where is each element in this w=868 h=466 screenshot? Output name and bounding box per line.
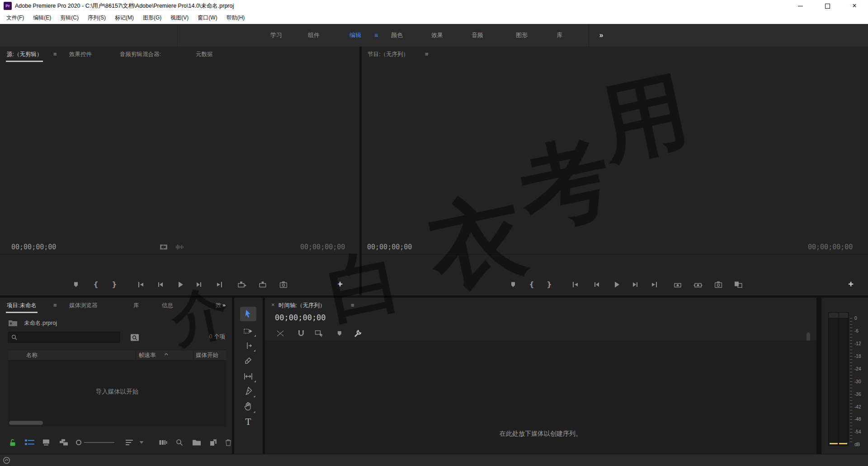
column-name[interactable]: 名称 (26, 350, 38, 360)
source-position-timecode[interactable]: 00;00;00;00 (11, 243, 56, 251)
tab-effects-clipped[interactable]: 效 (216, 298, 222, 314)
menu-graphics[interactable]: 图形(G) (138, 12, 166, 24)
step-forward-icon[interactable] (632, 281, 639, 288)
tab-source[interactable]: 源:（无剪辑） (7, 47, 42, 63)
project-search-box[interactable] (8, 332, 120, 343)
drag-audio-only-icon[interactable] (175, 244, 184, 250)
program-panel-menu-icon[interactable]: ≡ (425, 47, 429, 63)
timeline-panel-menu-icon[interactable]: ≡ (351, 298, 354, 314)
add-marker-icon[interactable] (73, 282, 79, 288)
tab-media-browser[interactable]: 媒体浏览器 (69, 298, 98, 314)
workspace-tab-libraries[interactable]: 库 (557, 24, 563, 47)
drag-video-only-icon[interactable] (160, 244, 168, 250)
column-media-start[interactable]: 媒体开始 (196, 350, 218, 360)
new-item-icon[interactable] (210, 439, 217, 446)
menu-edit[interactable]: 编辑(E) (28, 12, 56, 24)
tab-libraries[interactable]: 库 (133, 298, 139, 314)
sort-icon[interactable] (126, 439, 135, 446)
lift-icon[interactable] (674, 281, 682, 288)
mark-in-icon[interactable]: { (529, 280, 534, 289)
minimize-button[interactable] (787, 0, 814, 12)
linked-selection-icon[interactable] (315, 330, 324, 337)
project-panel-menu-icon[interactable]: ≡ (53, 298, 57, 314)
go-to-out-icon[interactable] (216, 281, 223, 288)
workspace-tab-assembly[interactable]: 组件 (308, 24, 320, 47)
workspace-tab-color[interactable]: 颜色 (391, 24, 403, 47)
step-back-icon[interactable] (157, 281, 163, 288)
clear-icon[interactable] (225, 439, 231, 446)
hand-tool[interactable] (245, 402, 252, 411)
timeline-timecode[interactable]: 00;00;00;00 (275, 313, 326, 322)
timeline-close-icon[interactable]: × (271, 301, 275, 308)
type-tool[interactable]: T (245, 417, 251, 427)
workspace-tab-audio[interactable]: 音频 (472, 24, 483, 47)
project-horizontal-scrollbar[interactable] (9, 421, 43, 425)
creative-cloud-sync-icon[interactable] (3, 456, 10, 464)
project-search-input[interactable] (20, 334, 112, 341)
search-bin-icon[interactable] (130, 334, 139, 342)
menu-view[interactable]: 视图(V) (166, 12, 193, 24)
workspace-tab-effects[interactable]: 效果 (431, 24, 443, 47)
selection-tool[interactable] (245, 309, 252, 319)
button-editor-icon[interactable]: + (848, 279, 854, 290)
button-editor-icon[interactable]: + (337, 279, 343, 290)
timeline-settings-icon[interactable] (354, 329, 362, 338)
project-writable-lock-icon[interactable] (9, 439, 16, 447)
go-to-out-icon[interactable] (651, 281, 658, 288)
export-frame-icon[interactable] (715, 281, 722, 288)
compare-frames-icon[interactable] (734, 281, 742, 288)
sort-caret-icon[interactable] (140, 441, 144, 444)
freeform-view-icon[interactable] (59, 439, 68, 446)
mark-out-icon[interactable]: } (547, 280, 552, 289)
new-bin-icon[interactable] (192, 439, 201, 446)
close-button[interactable]: × (841, 0, 868, 12)
mark-out-icon[interactable]: } (112, 280, 117, 289)
tab-metadata[interactable]: 元数据 (196, 47, 213, 63)
menu-sequence[interactable]: 序列(S) (83, 12, 110, 24)
automate-to-sequence-icon[interactable] (159, 439, 168, 446)
tab-project[interactable]: 项目:未命名 (7, 298, 37, 314)
export-frame-icon[interactable] (280, 281, 288, 288)
workspace-tab-graphics[interactable]: 图形 (516, 24, 528, 47)
project-bin-empty-area[interactable]: 导入媒体以开始 (8, 361, 226, 427)
add-marker-icon[interactable] (510, 282, 516, 288)
play-icon[interactable] (177, 281, 184, 288)
source-panel-menu-icon[interactable]: ≡ (53, 47, 57, 63)
project-tabs-overflow-button[interactable]: » (222, 298, 226, 314)
extract-icon[interactable] (693, 281, 703, 288)
zoom-slider-track[interactable] (84, 442, 114, 443)
timeline-title[interactable]: 时间轴:（无序列） (278, 298, 325, 314)
zoom-slider-knob[interactable] (76, 440, 82, 446)
step-back-icon[interactable] (593, 281, 599, 288)
column-frame-rate[interactable]: 帧速率 (139, 350, 156, 360)
snap-icon[interactable] (298, 330, 305, 337)
mark-in-icon[interactable]: { (93, 280, 98, 289)
workspace-menu-icon[interactable]: ≡ (374, 24, 378, 47)
menu-clip[interactable]: 剪辑(C) (56, 12, 83, 24)
find-icon[interactable] (176, 439, 183, 446)
tab-info[interactable]: 信息 (162, 298, 173, 314)
menu-help[interactable]: 帮助(H) (222, 12, 250, 24)
insert-icon[interactable] (238, 281, 247, 288)
go-to-in-icon[interactable] (137, 281, 144, 288)
menu-file[interactable]: 文件(F) (2, 12, 28, 24)
go-to-in-icon[interactable] (571, 281, 579, 288)
tab-effect-controls[interactable]: 效果控件 (69, 47, 92, 63)
project-root-item[interactable]: 未命名.prproj (24, 319, 57, 327)
track-select-forward-tool[interactable] (244, 328, 253, 334)
tab-program[interactable]: 节目:（无序列） (368, 47, 409, 63)
workspace-tab-editing[interactable]: 编辑 (349, 24, 361, 47)
icon-view-icon[interactable] (42, 439, 50, 446)
menu-window[interactable]: 窗口(W) (193, 12, 222, 24)
sort-ascending-icon[interactable]: ^ (164, 350, 168, 360)
list-view-icon[interactable] (25, 439, 35, 446)
maximize-button[interactable] (814, 0, 841, 12)
audio-meter-bars[interactable] (828, 312, 849, 446)
pen-tool[interactable] (245, 387, 252, 395)
overwrite-icon[interactable] (259, 281, 267, 288)
razor-tool[interactable] (244, 357, 252, 365)
play-icon[interactable] (613, 281, 620, 288)
timeline-drop-area[interactable]: 在此处放下媒体以创建序列。 (265, 341, 816, 454)
nest-sequence-icon[interactable] (276, 330, 284, 337)
bin-up-icon[interactable] (8, 319, 18, 327)
